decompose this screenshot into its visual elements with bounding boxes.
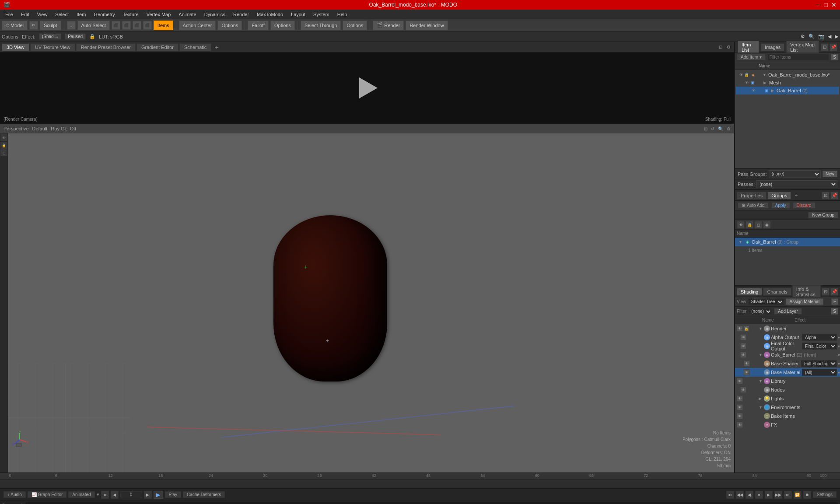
- lock-render[interactable]: 🔒: [743, 326, 749, 332]
- tab-item-list[interactable]: Item List: [738, 41, 759, 54]
- vis-fx[interactable]: 👁: [737, 422, 743, 428]
- tab-gradient-editor[interactable]: Gradient Editor: [136, 43, 178, 51]
- shading-expand-icon[interactable]: ⊡: [822, 288, 830, 296]
- tree-item-barrel[interactable]: 👁 ▣ ▶ Oak_Barrel (2): [736, 87, 839, 94]
- vp-header-icon2[interactable]: ↺: [711, 126, 714, 131]
- menu-animate[interactable]: Animate: [175, 11, 200, 18]
- skip-start-button[interactable]: ⏮: [101, 491, 109, 499]
- sculpt-button[interactable]: Sculpt: [40, 21, 61, 30]
- tab-channels[interactable]: Channels: [763, 288, 791, 296]
- eye-scene[interactable]: 👁: [739, 73, 743, 77]
- animated-button[interactable]: Animated: [68, 491, 94, 498]
- tab-info-statistics[interactable]: Info & Statistics: [792, 285, 821, 298]
- menu-geometry[interactable]: Geometry: [90, 11, 118, 18]
- prev-frame-button[interactable]: ◀: [111, 491, 119, 499]
- vp-left-icon3[interactable]: ◻: [0, 149, 7, 156]
- tab-shading[interactable]: Shading: [737, 288, 762, 296]
- vis-nodes[interactable]: 👁: [740, 387, 746, 393]
- play-label-button[interactable]: Play: [165, 491, 181, 498]
- transport-icon6[interactable]: ▶▶: [774, 491, 782, 499]
- menu-maxtomode[interactable]: MaxToModo: [253, 11, 287, 18]
- tb-icon4[interactable]: ⬛: [143, 21, 152, 30]
- scene-expand[interactable]: ▼: [763, 73, 767, 77]
- vis-alpha[interactable]: 👁: [740, 334, 746, 340]
- expand-icon[interactable]: ⊡: [821, 43, 829, 51]
- shader-final-color[interactable]: 👁 ◉ Final Color Output Final Color ▾: [735, 342, 840, 350]
- vis-base-mat[interactable]: 👁: [744, 369, 750, 375]
- auto-select-button[interactable]: Auto Select: [77, 21, 110, 30]
- items-button[interactable]: Items: [154, 21, 173, 30]
- command-input[interactable]: [25, 502, 838, 504]
- viewport-resize-handle[interactable]: [729, 467, 734, 472]
- settings-button[interactable]: Settings: [813, 491, 836, 498]
- eye-barrel[interactable]: 👁: [752, 88, 756, 93]
- menu-view[interactable]: View: [34, 11, 51, 18]
- tab-schematic[interactable]: Schematic: [179, 43, 211, 51]
- menu-vertex-map[interactable]: Vertex Map: [143, 11, 175, 18]
- menu-item[interactable]: Item: [73, 11, 89, 18]
- add-layer-button[interactable]: Add Layer: [774, 308, 802, 315]
- pass-groups-select[interactable]: (none): [769, 170, 821, 178]
- tree-item-mesh[interactable]: 👁 ▣ ▶ Mesh: [736, 79, 839, 87]
- passes-select[interactable]: (none): [756, 180, 837, 188]
- tb-icon2[interactable]: ⬛: [122, 21, 131, 30]
- vp-header-icon3[interactable]: 🔍: [718, 126, 723, 131]
- tab-3d-view[interactable]: 3D View: [2, 43, 29, 51]
- animated-dropdown[interactable]: ▾: [97, 492, 99, 497]
- shader-nodes[interactable]: 👁 ◉ Nodes: [735, 385, 840, 394]
- base-mat-effect-select[interactable]: (all): [802, 369, 837, 376]
- transport-icon7[interactable]: ⏭: [784, 491, 792, 499]
- options3-button[interactable]: Options: [343, 21, 367, 30]
- options2-button[interactable]: Options: [270, 21, 295, 30]
- graph-editor-button[interactable]: 📈 Graph Editor: [28, 491, 66, 498]
- add-group-icon[interactable]: +: [792, 192, 800, 200]
- transport-icon1[interactable]: ⏮: [726, 491, 734, 499]
- minimize-button[interactable]: ─: [816, 1, 821, 8]
- menu-layout[interactable]: Layout: [287, 11, 309, 18]
- mesh-expand[interactable]: ▶: [763, 80, 768, 85]
- transport-icon2[interactable]: ◀◀: [736, 491, 744, 499]
- cache-deformers-button[interactable]: Cache Deformers: [183, 491, 225, 498]
- oak-expand[interactable]: ▼: [759, 353, 763, 357]
- tb-icon1[interactable]: ⬛: [112, 21, 120, 30]
- lights-expand[interactable]: ▶: [759, 396, 763, 401]
- vis-bake[interactable]: 👁: [737, 413, 743, 419]
- next-frame-button[interactable]: ▶: [144, 491, 152, 499]
- add-item-button[interactable]: Add Item ▾: [737, 54, 766, 60]
- discard-button[interactable]: Discard: [793, 202, 816, 209]
- options1-button[interactable]: Options: [217, 21, 242, 30]
- shader-library[interactable]: 👁 ▼ ◈ Library: [735, 377, 840, 385]
- eye-mesh[interactable]: 👁: [745, 80, 749, 85]
- new-group-button[interactable]: New Group: [808, 212, 838, 218]
- tab-groups[interactable]: Groups: [767, 192, 791, 200]
- transport-icon4[interactable]: ●: [755, 491, 763, 499]
- shading-pin-icon[interactable]: 📌: [830, 288, 838, 296]
- vp-header-icon4[interactable]: ⚙: [727, 126, 731, 131]
- props-pin-icon[interactable]: 📌: [830, 192, 838, 200]
- assign-material-button[interactable]: Assign Material: [786, 298, 823, 305]
- vp-icon-settings[interactable]: ⚙: [725, 45, 732, 49]
- vis-render[interactable]: 👁: [737, 326, 743, 332]
- menu-texture[interactable]: Texture: [119, 11, 142, 18]
- vp-icon-expand[interactable]: ⊡: [717, 45, 724, 49]
- solo-btn[interactable]: ◉: [763, 221, 771, 229]
- action-center-button[interactable]: Action Center: [179, 21, 216, 30]
- shader-lights[interactable]: 👁 ▶ 💡 Lights: [735, 394, 840, 403]
- barrel-expand[interactable]: ▶: [771, 88, 775, 93]
- eye-btn[interactable]: 👁: [737, 221, 745, 229]
- falloff-button[interactable]: Falloff: [248, 21, 269, 30]
- paused-button[interactable]: Paused: [65, 33, 86, 40]
- transport-icon5[interactable]: ▶: [765, 491, 773, 499]
- auto-select-icon[interactable]: ↓: [67, 21, 76, 30]
- menu-dynamics[interactable]: Dynamics: [201, 11, 229, 18]
- fi-icon[interactable]: Fi: [29, 21, 38, 30]
- shader-alpha-output[interactable]: 👁 ◉ Alpha Output Alpha ▾: [735, 333, 840, 342]
- tab-images[interactable]: Images: [761, 43, 784, 51]
- library-expand[interactable]: ▼: [759, 379, 763, 383]
- transport-icon8[interactable]: 🔁: [794, 491, 802, 499]
- auto-add-button[interactable]: ⚙ Auto Add: [738, 202, 769, 209]
- viewport-3d[interactable]: Perspective Default Ray GL: Off ⊞ ↺ 🔍 ⚙ …: [0, 124, 734, 472]
- tab-uv-texture[interactable]: UV Texture View: [30, 43, 75, 51]
- shader-fx[interactable]: 👁 ✦ FX: [735, 420, 840, 429]
- props-expand-icon[interactable]: ⊡: [822, 192, 830, 200]
